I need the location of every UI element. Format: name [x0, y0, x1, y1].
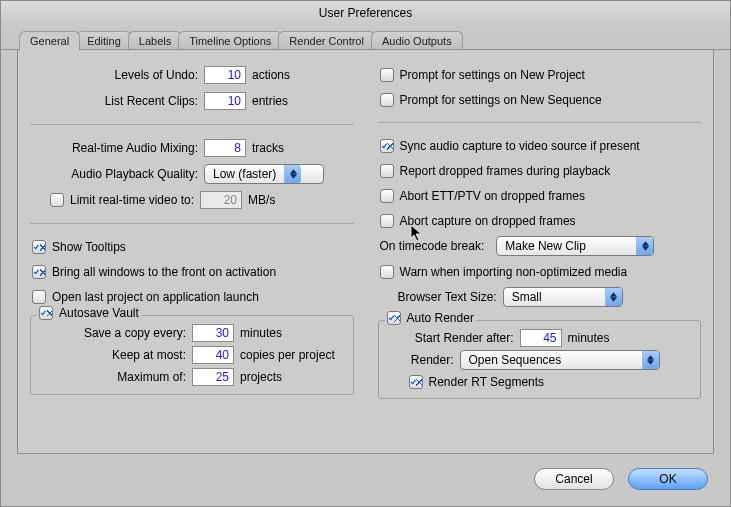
dropdown-arrows-icon — [605, 288, 622, 306]
browser-text-label: Browser Text Size: — [398, 290, 503, 304]
mixing-input[interactable] — [204, 139, 246, 157]
recent-clips-input[interactable] — [204, 92, 246, 110]
recent-clips-label: List Recent Clips: — [24, 94, 204, 108]
prompt-project-label: Prompt for settings on New Project — [400, 68, 585, 82]
report-dropped-label: Report dropped frames during playback — [400, 164, 611, 178]
undo-unit: actions — [246, 68, 290, 82]
divider — [30, 124, 354, 125]
general-panel: Levels of Undo: actions List Recent Clip… — [17, 50, 714, 454]
dialog-footer: Cancel OK — [1, 454, 730, 506]
max-label: Maximum of: — [37, 370, 192, 384]
timecode-label: On timecode break: — [380, 239, 491, 253]
quality-value: Low (faster) — [213, 167, 276, 181]
bring-front-checkbox[interactable] — [32, 265, 46, 279]
autosave-checkbox[interactable] — [39, 306, 53, 320]
save-every-input[interactable] — [192, 324, 234, 342]
start-render-label: Start Render after: — [385, 331, 520, 345]
prompt-sequence-label: Prompt for settings on New Sequence — [400, 93, 602, 107]
svg-marker-1 — [290, 174, 297, 178]
warn-import-label: Warn when importing non-optimized media — [400, 265, 628, 279]
warn-import-checkbox[interactable] — [380, 265, 394, 279]
dropdown-arrows-icon — [284, 165, 301, 183]
report-dropped-checkbox[interactable] — [380, 164, 394, 178]
save-every-label: Save a copy every: — [37, 326, 192, 340]
autorender-group: Auto Render Start Render after: minutes … — [378, 320, 702, 399]
divider — [30, 223, 354, 224]
autorender-checkbox[interactable] — [387, 311, 401, 325]
abort-capture-label: Abort capture on dropped frames — [400, 214, 576, 228]
svg-marker-7 — [647, 360, 654, 364]
recent-unit: entries — [246, 94, 288, 108]
tab-general[interactable]: General — [19, 31, 80, 51]
cancel-button[interactable]: Cancel — [534, 468, 614, 490]
browser-text-value: Small — [512, 290, 542, 304]
render-select[interactable]: Open Sequences — [460, 350, 660, 370]
prompt-sequence-checkbox[interactable] — [380, 93, 394, 107]
open-last-checkbox[interactable] — [32, 290, 46, 304]
save-every-unit: minutes — [234, 326, 282, 340]
autorender-title: Auto Render — [407, 311, 474, 325]
quality-label: Audio Playback Quality: — [24, 167, 204, 181]
right-column: Prompt for settings on New Project Promp… — [372, 64, 708, 449]
quality-select[interactable]: Low (faster) — [204, 164, 324, 184]
render-rt-label: Render RT Segments — [429, 375, 545, 389]
left-column: Levels of Undo: actions List Recent Clip… — [24, 64, 360, 449]
bring-front-label: Bring all windows to the front on activa… — [52, 265, 276, 279]
max-input[interactable] — [192, 368, 234, 386]
limit-checkbox[interactable] — [50, 193, 64, 207]
mixing-unit: tracks — [246, 141, 284, 155]
prompt-project-checkbox[interactable] — [380, 68, 394, 82]
timecode-value: Make New Clip — [505, 239, 586, 253]
svg-marker-5 — [610, 297, 617, 301]
tab-editing[interactable]: Editing — [76, 31, 132, 50]
tab-timeline-options[interactable]: Timeline Options — [178, 31, 282, 50]
render-label: Render: — [385, 353, 460, 367]
window-title: User Preferences — [1, 1, 730, 28]
svg-marker-3 — [642, 246, 649, 250]
tabstrip: General Editing Labels Timeline Options … — [1, 28, 730, 50]
keep-unit: copies per project — [234, 348, 335, 362]
undo-input[interactable] — [204, 66, 246, 84]
start-render-unit: minutes — [562, 331, 610, 345]
render-rt-checkbox[interactable] — [409, 375, 423, 389]
abort-ett-checkbox[interactable] — [380, 189, 394, 203]
preferences-window: User Preferences General Editing Labels … — [0, 0, 731, 507]
abort-capture-checkbox[interactable] — [380, 214, 394, 228]
limit-input — [200, 191, 242, 209]
sync-audio-label: Sync audio capture to video source if pr… — [400, 139, 640, 153]
browser-text-select[interactable]: Small — [503, 287, 623, 307]
autosave-title: Autosave Vault — [59, 306, 139, 320]
limit-label: Limit real-time video to: — [70, 193, 200, 207]
ok-button[interactable]: OK — [628, 468, 708, 490]
dropdown-arrows-icon — [642, 351, 659, 369]
limit-unit: MB/s — [242, 193, 275, 207]
tab-audio-outputs[interactable]: Audio Outputs — [371, 31, 463, 50]
tab-labels[interactable]: Labels — [128, 31, 182, 50]
render-value: Open Sequences — [469, 353, 562, 367]
sync-audio-checkbox[interactable] — [380, 139, 394, 153]
timecode-select[interactable]: Make New Clip — [496, 236, 654, 256]
dropdown-arrows-icon — [636, 237, 653, 255]
open-last-label: Open last project on application launch — [52, 290, 259, 304]
divider — [378, 122, 702, 123]
tooltips-checkbox[interactable] — [32, 240, 46, 254]
keep-label: Keep at most: — [37, 348, 192, 362]
tab-render-control[interactable]: Render Control — [278, 31, 375, 50]
start-render-input[interactable] — [520, 329, 562, 347]
keep-input[interactable] — [192, 346, 234, 364]
autosave-group: Autosave Vault Save a copy every: minute… — [30, 315, 354, 395]
abort-ett-label: Abort ETT/PTV on dropped frames — [400, 189, 585, 203]
tooltips-label: Show Tooltips — [52, 240, 126, 254]
undo-label: Levels of Undo: — [24, 68, 204, 82]
mixing-label: Real-time Audio Mixing: — [24, 141, 204, 155]
max-unit: projects — [234, 370, 282, 384]
